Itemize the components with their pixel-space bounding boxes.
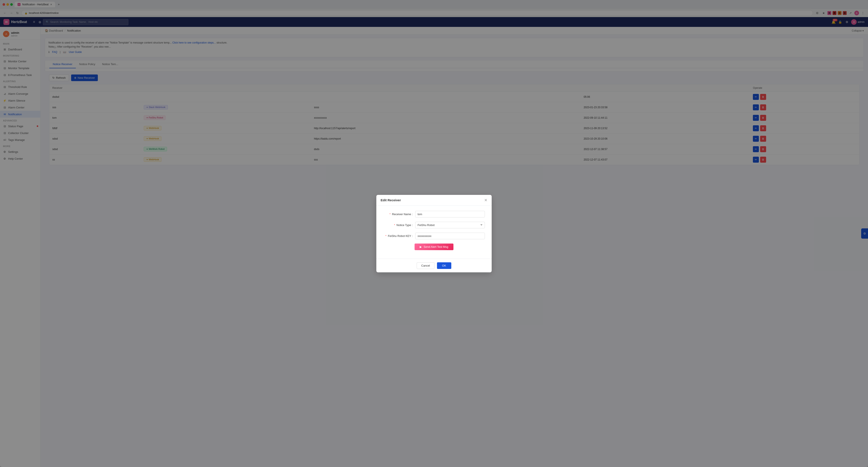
- feishu-key-input[interactable]: [415, 233, 485, 239]
- receiver-name-group: * Receiver Name :: [383, 211, 485, 218]
- modal-header: Edit Receiver ✕: [376, 195, 492, 206]
- receiver-name-label: * Receiver Name :: [383, 212, 415, 216]
- receiver-name-input[interactable]: [415, 211, 485, 218]
- modal-body: * Receiver Name : * Notice Type : FeiShu…: [376, 206, 492, 259]
- modal-title: Edit Receiver: [381, 198, 401, 202]
- modal-close-button[interactable]: ✕: [484, 198, 487, 202]
- required-star: *: [394, 224, 395, 227]
- edit-receiver-modal: Edit Receiver ✕ * Receiver Name : * Noti…: [376, 195, 492, 272]
- required-star: *: [390, 212, 391, 216]
- notice-type-select[interactable]: FeiShu Robot Slack WebHook WebHook WeWor…: [415, 222, 485, 228]
- send-test-label: Send Alert Test Msg: [424, 245, 448, 248]
- send-test-container: ▶ Send Alert Test Msg: [383, 243, 485, 250]
- browser-window: H Notification - HertzBeat ✕ + ← → ↻ 🔒 l…: [0, 0, 868, 467]
- send-icon: ▶: [420, 245, 422, 248]
- notice-type-group: * Notice Type : FeiShu Robot Slack WebHo…: [383, 222, 485, 228]
- feishu-key-label: * FeiShu Robot KEY :: [383, 234, 415, 238]
- ok-button[interactable]: OK: [437, 262, 451, 269]
- send-test-button[interactable]: ▶ Send Alert Test Msg: [414, 243, 453, 250]
- feishu-key-group: * FeiShu Robot KEY :: [383, 233, 485, 239]
- modal-footer: Cancel OK: [376, 259, 492, 272]
- required-star: *: [385, 234, 386, 238]
- notice-type-label: * Notice Type :: [383, 224, 415, 227]
- modal-overlay: Edit Receiver ✕ * Receiver Name : * Noti…: [0, 0, 868, 467]
- cancel-button[interactable]: Cancel: [417, 262, 434, 269]
